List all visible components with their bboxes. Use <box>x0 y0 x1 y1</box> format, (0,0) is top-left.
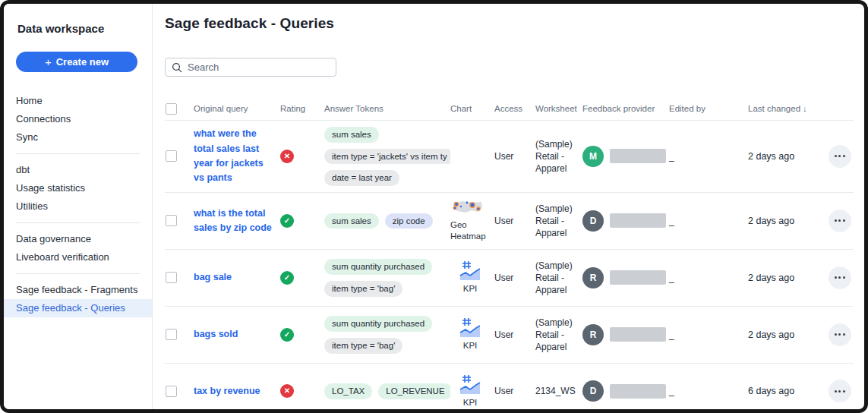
column-header-access: Access <box>494 104 535 113</box>
sidebar-item-sage-feedback-fragments[interactable]: Sage feedback - Fragments <box>4 281 152 299</box>
queries-table: Original query Rating Answer Tokens Char… <box>165 97 854 409</box>
last-changed-value: 2 days ago <box>748 216 825 226</box>
redacted-name <box>610 270 666 285</box>
chart-type-label: Geo Heatmap <box>450 219 490 242</box>
workspace-title: Data workspace <box>17 22 140 35</box>
sidebar-item-dbt[interactable]: dbt <box>4 161 152 179</box>
column-header-chart: Chart <box>450 104 494 113</box>
access-value: User <box>494 216 535 226</box>
avatar: D <box>582 210 604 232</box>
row-checkbox[interactable] <box>166 215 177 226</box>
column-header-original-query: Original query <box>194 104 280 113</box>
edited-by-value: _ <box>669 151 748 162</box>
access-value: User <box>494 329 535 340</box>
more-menu-button[interactable] <box>829 145 851 168</box>
rating-positive-icon: ✓ <box>280 214 294 228</box>
row-checkbox[interactable] <box>166 150 177 162</box>
more-menu-button[interactable] <box>829 210 851 232</box>
access-value: User <box>494 151 535 162</box>
rating-positive-icon: ✓ <box>280 328 294 342</box>
sidebar-item-data-governance[interactable]: Data governance <box>4 230 152 248</box>
table-header-row: Original query Rating Answer Tokens Char… <box>165 97 854 120</box>
worksheet-value: (Sample) Retail - Apparel <box>535 260 582 297</box>
sidebar-item-home[interactable]: Home <box>4 92 152 110</box>
kpi-chart-icon <box>459 374 481 396</box>
sort-desc-icon: ↓ <box>803 104 807 113</box>
sidebar-item-liveboard-verification[interactable]: Liveboard verification <box>4 248 152 266</box>
column-header-last-changed[interactable]: Last changed↓ <box>748 104 825 113</box>
answer-token: item type = 'bag' <box>324 281 402 297</box>
row-checkbox[interactable] <box>166 329 177 340</box>
answer-token: item type = 'bag' <box>324 338 402 354</box>
redacted-name <box>610 213 666 228</box>
sidebar: Data workspace + Create new Home Connect… <box>4 4 153 409</box>
search-input[interactable] <box>188 61 330 73</box>
redacted-name <box>610 149 666 163</box>
feedback-provider: M <box>582 146 669 167</box>
rating-negative-icon: ✕ <box>280 150 294 163</box>
app-window: Data workspace + Create new Home Connect… <box>0 0 868 413</box>
worksheet-value: (Sample) Retail - Apparel <box>535 138 582 175</box>
answer-token: sum sales <box>324 213 379 229</box>
worksheet-value: (Sample) Retail - Apparel <box>535 203 582 240</box>
search-box[interactable] <box>165 58 336 77</box>
kpi-chart-icon <box>459 317 481 339</box>
answer-token: sum quantity purchased <box>324 259 432 275</box>
page-title: Sage feedback - Queries <box>165 15 854 32</box>
rating-positive-icon: ✓ <box>280 271 294 285</box>
last-changed-value: 6 days ago <box>748 386 825 396</box>
row-checkbox[interactable] <box>166 386 177 397</box>
sidebar-divider <box>16 153 140 154</box>
sidebar-item-sync[interactable]: Sync <box>4 128 152 147</box>
sidebar-item-utilities[interactable]: Utilities <box>4 197 152 216</box>
answer-token: date = last year <box>324 170 399 186</box>
select-all-checkbox[interactable] <box>166 103 177 115</box>
avatar: R <box>582 267 604 288</box>
answer-token: zip code <box>385 213 433 229</box>
access-value: User <box>494 273 535 283</box>
sidebar-item-usage-statistics[interactable]: Usage statistics <box>4 179 152 197</box>
more-menu-button[interactable] <box>829 266 851 289</box>
column-header-worksheet: Worksheet <box>535 104 582 113</box>
table-row: tax by revenue ✕ LO_TAX LO_REVENUE <box>165 363 854 409</box>
chart-type-label: KPI <box>463 340 478 352</box>
edited-by-value: _ <box>669 386 748 396</box>
more-menu-button[interactable] <box>829 323 851 346</box>
sidebar-item-connections[interactable]: Connections <box>4 110 152 128</box>
answer-token: LO_REVENUE <box>378 383 450 399</box>
feedback-provider: R <box>582 267 669 288</box>
table-row: what is the total sales by zip code ✓ su… <box>165 192 854 249</box>
answer-token: item type = 'jackets' vs item ty <box>324 149 450 165</box>
chart-type-label: KPI <box>463 283 478 295</box>
last-changed-value: 2 days ago <box>748 273 825 283</box>
chart-type-label: KPI <box>463 397 478 408</box>
table-row: what were the total sales last year for … <box>165 120 854 192</box>
query-link[interactable]: what is the total sales by zip code <box>194 206 280 236</box>
worksheet-value: 2134_WS <box>535 385 582 397</box>
access-value: User <box>494 386 535 396</box>
redacted-name <box>610 327 666 342</box>
column-header-feedback-provider: Feedback provider <box>582 104 669 113</box>
feedback-provider: R <box>582 324 669 345</box>
answer-token: LO_TAX <box>324 383 372 399</box>
edited-by-value: _ <box>669 216 748 226</box>
query-link[interactable]: bags sold <box>194 327 280 342</box>
column-header-edited-by: Edited by <box>669 104 748 113</box>
sidebar-item-sage-feedback-queries[interactable]: Sage feedback - Queries <box>4 299 152 317</box>
sidebar-nav: Home Connections Sync dbt Usage statisti… <box>16 92 140 317</box>
more-menu-button[interactable] <box>829 380 851 402</box>
table-row: bags sold ✓ sum quantity purchased item … <box>165 306 854 363</box>
query-link[interactable]: bag sale <box>194 270 280 285</box>
answer-token: sum quantity purchased <box>324 316 432 332</box>
kpi-chart-icon <box>459 260 481 282</box>
create-new-button[interactable]: + Create new <box>16 52 137 72</box>
worksheet-value: (Sample) Retail - Apparel <box>535 317 582 354</box>
query-link[interactable]: what were the total sales last year for … <box>194 127 280 186</box>
table-row: bag sale ✓ sum quantity purchased item t… <box>165 249 854 306</box>
feedback-provider: D <box>582 210 669 232</box>
main-content: Sage feedback - Queries Original query R… <box>153 4 864 409</box>
column-header-rating: Rating <box>280 104 324 113</box>
row-checkbox[interactable] <box>166 272 177 283</box>
sidebar-divider <box>16 222 140 223</box>
query-link[interactable]: tax by revenue <box>194 384 280 399</box>
